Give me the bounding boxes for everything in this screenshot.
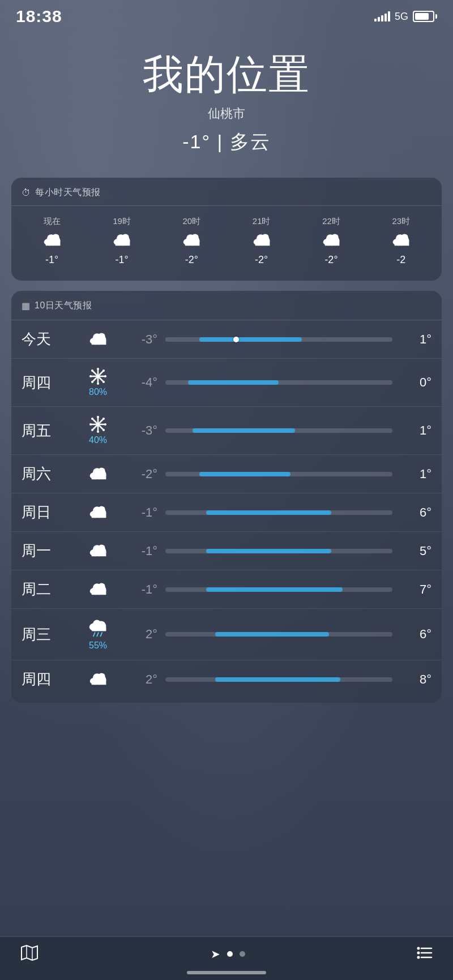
svg-point-51 [102, 381, 105, 383]
svg-rect-83 [92, 552, 106, 556]
daily-row: 周二 -1° 7° [11, 570, 442, 609]
nav-dot-2 [240, 951, 245, 957]
hourly-temp: -2° [324, 254, 337, 266]
svg-point-34 [401, 234, 408, 241]
status-time: 18:38 [16, 7, 62, 26]
temp-bar-fill [215, 677, 340, 682]
hourly-cloud-icon [392, 233, 410, 248]
weather-header: 我的位置 仙桃市 -1° | 多云 [0, 31, 453, 178]
precip-percent: 80% [89, 387, 107, 397]
day-icon-area: 80% [78, 368, 118, 397]
day-icon-area [78, 466, 118, 482]
daily-header: ▦ 10日天气预报 [11, 291, 442, 320]
battery-icon [413, 11, 437, 22]
daily-row: 周四 80% -4° 0° [11, 359, 442, 407]
daily-rows-container: 今天 -3° 1° 周四 80% [11, 320, 442, 703]
hourly-time: 现在 [44, 216, 61, 227]
temp-bar [165, 380, 392, 385]
hourly-temp: -2° [255, 254, 268, 266]
daily-row: 周三 55% 2° 6° [11, 609, 442, 660]
day-name: 今天 [22, 329, 78, 349]
day-cloud-icon [89, 466, 107, 482]
day-cloud-icon [89, 672, 107, 687]
hourly-time: 23时 [392, 216, 410, 227]
svg-rect-23 [255, 241, 270, 246]
daily-row: 周日 -1° 6° [11, 493, 442, 532]
temp-bar [165, 428, 392, 433]
clock-icon: ⏱ [22, 188, 31, 198]
temp-bar-fill [215, 632, 329, 637]
day-high-temp: 6° [400, 505, 431, 520]
svg-point-82 [98, 544, 105, 552]
svg-rect-35 [395, 241, 409, 246]
day-low-temp: -4° [118, 375, 157, 390]
status-bar: 18:38 5G [0, 0, 453, 31]
svg-point-52 [102, 369, 105, 372]
day-name: 周三 [22, 625, 78, 644]
calendar-icon: ▦ [22, 300, 30, 311]
svg-point-60 [89, 423, 92, 425]
hourly-time: 21时 [253, 216, 271, 227]
day-name: 周六 [22, 464, 78, 484]
daily-row: 周六 -2° 1° [11, 455, 442, 493]
day-snow-icon [89, 368, 106, 387]
svg-point-111 [417, 956, 420, 959]
day-icon-area [78, 543, 118, 559]
svg-point-10 [122, 234, 129, 241]
day-high-temp: 5° [400, 544, 431, 558]
city-main-title: 我的位置 [11, 48, 442, 102]
list-button[interactable] [417, 946, 433, 962]
svg-point-53 [91, 381, 93, 383]
hourly-time: 19时 [113, 216, 131, 227]
hourly-scroll: 现在 -1° 19时 -1° 20时 -2° 21时 [11, 206, 442, 272]
svg-rect-17 [185, 241, 200, 246]
day-cloud-icon [89, 332, 107, 347]
hourly-temp: -2° [185, 254, 198, 266]
hourly-item: 19时 -1° [87, 214, 156, 268]
city-sub-title: 仙桃市 [11, 105, 442, 122]
temp-bar-fill [199, 337, 301, 342]
svg-rect-103 [92, 680, 106, 685]
temp-bar-fill [193, 428, 294, 433]
day-low-temp: 2° [118, 672, 157, 687]
daily-row: 周四 2° 8° [11, 660, 442, 698]
nav-dot-1 [227, 951, 233, 957]
day-name: 周日 [22, 502, 78, 522]
day-icon-area: 40% [78, 416, 118, 445]
svg-point-76 [98, 506, 105, 513]
day-icon-area: 55% [78, 618, 118, 651]
svg-point-46 [97, 368, 99, 370]
hourly-cloud-icon [182, 233, 200, 248]
status-icons: 5G [374, 11, 437, 23]
daily-label: 10日天气预报 [35, 300, 92, 312]
signal-bars-icon [374, 11, 390, 22]
precip-percent: 55% [89, 641, 107, 651]
map-button[interactable] [20, 945, 39, 963]
day-icon-area [78, 332, 118, 347]
svg-point-58 [97, 416, 99, 418]
temp-bar [165, 472, 392, 476]
svg-point-4 [52, 234, 59, 241]
svg-point-47 [97, 382, 99, 385]
svg-point-28 [331, 234, 339, 241]
temp-bar [165, 632, 392, 637]
svg-point-59 [97, 431, 99, 433]
home-indicator [187, 971, 266, 974]
svg-line-96 [97, 633, 99, 636]
network-label: 5G [395, 11, 408, 23]
svg-point-22 [262, 234, 269, 241]
svg-point-48 [89, 375, 92, 377]
hourly-temp: -2 [396, 254, 405, 266]
svg-rect-41 [92, 340, 106, 345]
daily-forecast-card: ▦ 10日天气预报 今天 -3° 1° 周四 [11, 291, 442, 703]
svg-point-109 [417, 947, 420, 950]
day-icon-area [78, 582, 118, 598]
day-icon-area [78, 505, 118, 521]
svg-point-64 [102, 418, 105, 420]
day-rain-icon [88, 618, 108, 641]
day-cloud-icon [89, 582, 107, 598]
hourly-header: ⏱ 每小时天气预报 [11, 187, 442, 206]
precip-percent: 40% [89, 435, 107, 445]
svg-point-88 [98, 583, 105, 590]
hourly-item: 23时 -2 [366, 214, 436, 268]
